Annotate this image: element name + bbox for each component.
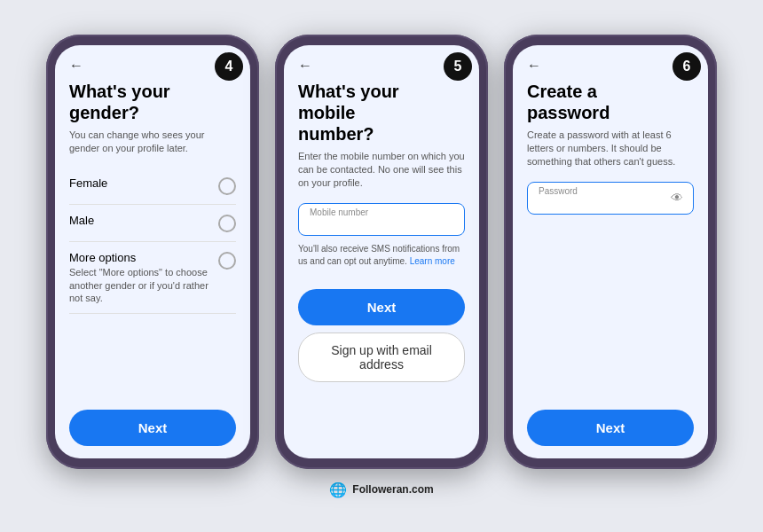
password-input-label: Password xyxy=(539,186,578,196)
email-signup-button[interactable]: Sign up with email address xyxy=(298,332,465,382)
option-male[interactable]: Male xyxy=(69,205,236,242)
phone-password: 6 ← Create a password Create a password … xyxy=(504,35,717,469)
label-more: More options Select "More options" to ch… xyxy=(69,251,211,304)
password-input-wrapper: Password 👁 xyxy=(527,182,694,215)
step-badge-6: 6 xyxy=(673,52,701,81)
subtitle-mobile: Enter the mobile number on which you can… xyxy=(298,150,465,191)
label-female: Female xyxy=(69,176,211,190)
back-button-3[interactable]: ← xyxy=(527,58,694,74)
option-more[interactable]: More options Select "More options" to ch… xyxy=(69,242,236,314)
back-button-1[interactable]: ← xyxy=(69,58,236,74)
back-button-2[interactable]: ← xyxy=(298,58,465,74)
title-password: Create a password xyxy=(527,81,694,123)
radio-female[interactable] xyxy=(218,177,236,195)
label-male: Male xyxy=(69,214,211,227)
learn-more-link[interactable]: Learn more xyxy=(410,256,455,266)
subtitle-gender: You can change who sees your gender on y… xyxy=(69,129,236,156)
mobile-input-label: Mobile number xyxy=(310,207,368,217)
next-button-2[interactable]: Next xyxy=(298,289,465,325)
screen-gender: 4 ← What's your gender? You can change w… xyxy=(55,45,250,458)
title-gender: What's your gender? xyxy=(69,81,236,123)
next-button-3[interactable]: Next xyxy=(527,410,694,446)
radio-more[interactable] xyxy=(218,252,236,270)
eye-icon[interactable]: 👁 xyxy=(671,191,683,205)
radio-male[interactable] xyxy=(218,215,236,232)
subtitle-password: Create a password with at least 6 letter… xyxy=(527,129,694,169)
phones-row: 4 ← What's your gender? You can change w… xyxy=(46,35,717,469)
site-name: Followeran.com xyxy=(352,483,433,496)
phone-mobile: 5 ← What's your mobile number? Enter the… xyxy=(275,35,488,469)
sms-note: You'll also receive SMS notifications fr… xyxy=(298,243,465,268)
step-badge-5: 5 xyxy=(444,52,472,81)
step-badge-4: 4 xyxy=(215,52,243,81)
next-button-1[interactable]: Next xyxy=(69,410,236,446)
screen-password: 6 ← Create a password Create a password … xyxy=(513,45,708,458)
option-female[interactable]: Female xyxy=(69,168,236,205)
screen-mobile: 5 ← What's your mobile number? Enter the… xyxy=(284,45,479,458)
phone-gender: 4 ← What's your gender? You can change w… xyxy=(46,35,259,469)
title-mobile: What's your mobile number? xyxy=(298,81,465,145)
globe-icon: 🌐 xyxy=(329,481,347,498)
footer: 🌐 Followeran.com xyxy=(329,481,433,498)
mobile-input-wrapper: Mobile number xyxy=(298,203,465,236)
